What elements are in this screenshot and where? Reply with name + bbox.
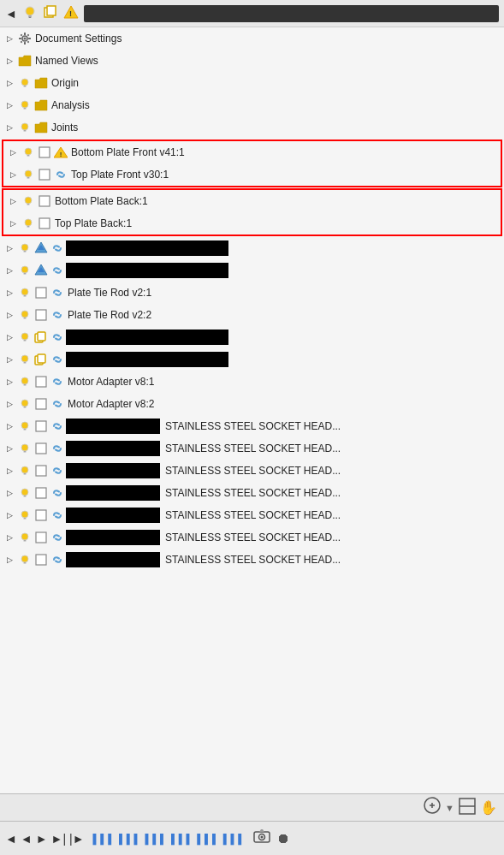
tree-row-analysis[interactable]: ▷ Analysis	[0, 94, 504, 116]
bulb-icon[interactable]	[22, 4, 38, 22]
square-icon-tpf	[37, 167, 52, 182]
expand-arrow[interactable]: ▷	[3, 398, 15, 410]
expand-arrow[interactable]: ▷	[7, 195, 19, 207]
svg-point-41	[21, 266, 28, 273]
tree-row-top-plate-front[interactable]: ▷ Top P	[3, 163, 501, 186]
nav-prev[interactable]: ◄	[5, 832, 17, 846]
hand-icon[interactable]: ✋	[480, 799, 497, 816]
expand-arrow[interactable]: ▷	[3, 420, 15, 432]
bulb-icon-origin	[17, 75, 33, 91]
nav-next[interactable]: |►	[69, 832, 85, 846]
tree-row-ss5[interactable]: ▷ STAINLESS STEEL SOCKET HEAD...	[0, 504, 504, 526]
expand-arrow[interactable]: ▷	[3, 353, 15, 365]
redacted-block	[66, 441, 160, 456]
svg-point-8	[24, 38, 27, 40]
cam-icon[interactable]	[252, 828, 271, 849]
redacted-block	[66, 552, 160, 567]
expand-arrow[interactable]: ▷	[3, 264, 15, 276]
expand-arrow[interactable]: ▷	[7, 146, 19, 158]
tree-row-top-plate-back[interactable]: ▷ Top Plate Back:1	[3, 212, 501, 235]
bulb-icon-ss6	[17, 530, 33, 545]
fit-icon[interactable]	[423, 796, 442, 819]
svg-point-48	[21, 311, 28, 318]
expand-arrow[interactable]: ▷	[3, 122, 15, 134]
tree-row-bottom-plate-back[interactable]: ▷ Bottom Plate Back:1	[3, 190, 501, 212]
tree-row-asm3[interactable]: ▷	[0, 326, 504, 348]
expand-arrow[interactable]: ▷	[3, 376, 15, 388]
svg-rect-24	[27, 155, 30, 157]
svg-point-23	[25, 148, 32, 155]
tree-row-joints[interactable]: ▷ Joints	[0, 116, 504, 139]
svg-rect-64	[36, 399, 46, 409]
square-icon-ss5	[33, 508, 49, 523]
bulb-icon-tpf	[21, 167, 36, 182]
bulb-icon-joints	[17, 120, 33, 135]
svg-rect-32	[27, 204, 30, 205]
copy-icon[interactable]	[43, 4, 58, 22]
expand-arrow[interactable]: ▷	[3, 33, 15, 45]
svg-rect-1	[28, 15, 32, 17]
tree-row-asm2[interactable]: ▷	[0, 259, 504, 282]
expand-arrow[interactable]: ▷	[3, 554, 15, 566]
collapse-icon[interactable]: ◄	[5, 7, 17, 21]
expand-arrow[interactable]: ▷	[3, 242, 15, 254]
folder-icon-joints	[33, 120, 49, 135]
tree-row-ss1[interactable]: ▷ STAINLESS STEEL SOCKET HEAD...	[0, 415, 504, 437]
svg-rect-46	[24, 295, 27, 297]
expand-arrow[interactable]: ▷	[3, 99, 15, 111]
warning-icon-bpf: !	[53, 145, 68, 160]
tree-row-doc-settings[interactable]: ▷ Document Settings	[0, 27, 504, 50]
ss4-label: STAINLESS STEEL SOCKET HEAD...	[165, 487, 341, 499]
tree-row-ss2[interactable]: ▷ STAINLESS STEEL SOCKET HEAD...	[0, 437, 504, 460]
expand-arrow[interactable]: ▷	[7, 217, 19, 229]
expand-arrow[interactable]: ▷	[3, 55, 15, 67]
svg-point-51	[21, 333, 28, 340]
tree-row-ss3[interactable]: ▷ STAINLESS STEEL SOCKET HEAD...	[0, 460, 504, 482]
svg-rect-56	[24, 362, 27, 364]
svg-rect-67	[36, 421, 46, 431]
tree-row-origin[interactable]: ▷ Origin	[0, 72, 504, 94]
tree-row-ss7[interactable]: ▷ STAINLESS STEEL SOCKET HEAD...	[0, 549, 504, 571]
tree-row-ss4[interactable]: ▷ STAINLESS STEEL SOCKET HEAD...	[0, 482, 504, 504]
expand-arrow[interactable]: ▷	[3, 487, 15, 499]
tree-row-bottom-plate-front[interactable]: ▷ ! Bott	[3, 141, 501, 163]
tree-row-motor-adapter-1[interactable]: ▷ Motor Adapter v8:1	[0, 371, 504, 393]
nav-step-back[interactable]: ◄	[21, 832, 33, 846]
bulb-icon-ss7	[17, 552, 33, 567]
redacted-block	[66, 330, 228, 345]
svg-rect-81	[24, 540, 27, 542]
link-icon-asm4	[50, 352, 65, 367]
expand-arrow[interactable]: ▷	[3, 77, 15, 89]
tree-row-plate-tie-rod-1[interactable]: ▷ Plate Tie Rod v2:1	[0, 282, 504, 304]
tree-row-asm1[interactable]: ▷	[0, 237, 504, 259]
tree-row-motor-adapter-2[interactable]: ▷ Motor Adapter v8:2	[0, 393, 504, 415]
expand-arrow[interactable]: ▷	[3, 509, 15, 521]
nav-play[interactable]: ►	[36, 832, 48, 846]
svg-point-83	[21, 555, 28, 562]
expand-arrow[interactable]: ▷	[3, 331, 15, 343]
record-icon[interactable]: ⏺	[276, 831, 290, 846]
square-icon-ptr1	[33, 285, 49, 300]
expand-arrow[interactable]: ▷	[7, 169, 19, 181]
tree-row-ss6[interactable]: ▷ STAINLESS STEEL SOCKET HEAD...	[0, 526, 504, 549]
doc-settings-label: Document Settings	[35, 33, 122, 45]
panel-icon[interactable]	[458, 797, 477, 818]
tree-row-plate-tie-rod-2[interactable]: ▷ Plate Tie Rod v2:2	[0, 304, 504, 326]
tree-row-named-views[interactable]: ▷ Named Views	[0, 50, 504, 72]
square-icon-ma1	[33, 374, 49, 389]
svg-rect-11	[19, 38, 21, 39]
expand-arrow[interactable]: ▷	[3, 531, 15, 543]
svg-rect-25	[39, 147, 50, 157]
top-plate-back-label: Top Plate Back:1	[55, 217, 132, 229]
expand-arrow[interactable]: ▷	[3, 287, 15, 299]
svg-point-74	[21, 489, 28, 496]
nav-step-forward[interactable]: ►|	[51, 832, 67, 846]
link-icon-ss7	[50, 552, 65, 567]
expand-arrow[interactable]: ▷	[3, 442, 15, 454]
warning-icon[interactable]: !	[63, 4, 79, 22]
tree-row-asm4[interactable]: ▷	[0, 348, 504, 371]
expand-arrow[interactable]: ▷	[3, 309, 15, 321]
expand-arrow[interactable]: ▷	[3, 465, 15, 477]
svg-rect-30	[39, 169, 50, 180]
analysis-label: Analysis	[51, 99, 90, 111]
